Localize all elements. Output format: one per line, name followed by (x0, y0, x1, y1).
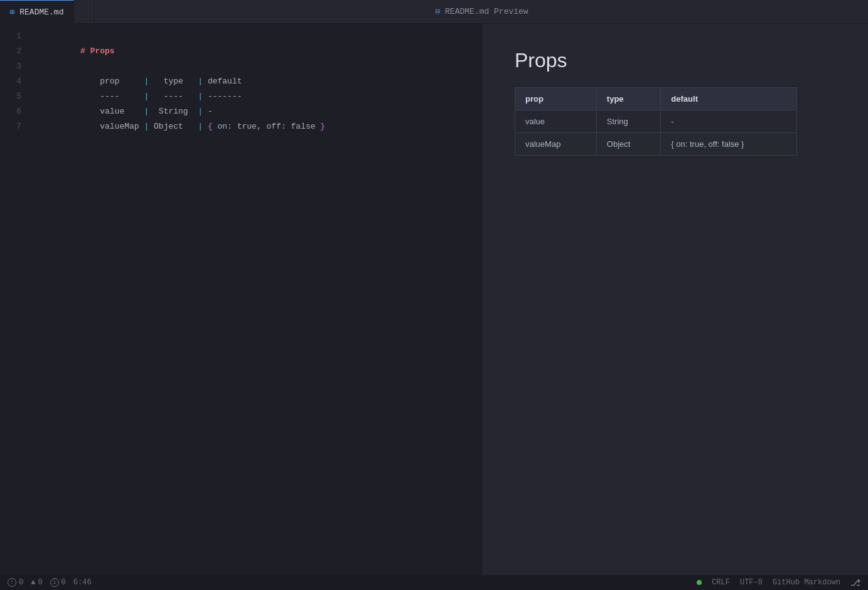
status-left: ! 0 ▲ 0 i 0 6:46 (8, 578, 687, 587)
line-num-1: 1 (0, 29, 21, 44)
table-header-type: type (596, 88, 661, 110)
table-cell-value-type: String (596, 110, 661, 133)
line-ending-label: CRLF (712, 578, 730, 587)
status-warnings[interactable]: ▲ 0 (31, 578, 42, 587)
line-numbers: 1 2 3 4 5 6 7 (0, 29, 31, 570)
heading-text: Props (90, 46, 115, 56)
status-branch[interactable]: ⎇ (850, 577, 860, 588)
code-area[interactable]: # Props prop | type | default ---- | ---… (31, 29, 483, 570)
status-language[interactable]: GitHub Markdown (773, 578, 840, 587)
line-num-4: 4 (0, 74, 21, 89)
table-header-default: default (661, 88, 797, 110)
warning-icon: ▲ (31, 578, 35, 587)
code-line-3: prop | type | default (31, 59, 473, 74)
encoding-label: UTF-8 (740, 578, 763, 587)
code-pipe-3b: | (198, 77, 203, 86)
table-header-row: prop type default (515, 88, 797, 110)
table-cell-value-default: - (661, 110, 797, 133)
code-bracket-6a: { (208, 122, 213, 131)
editor-tab-icon: ⊞ (10, 8, 14, 17)
main-content: 1 2 3 4 5 6 7 # Props prop | type | defa… (0, 24, 868, 575)
preview-table: prop type default value String - valueMa… (515, 87, 797, 156)
preview-tab-icon: ⊟ (436, 7, 440, 16)
status-info[interactable]: i 0 (50, 578, 66, 587)
line-num-2: 2 (0, 44, 21, 59)
code-plain-5b: String (149, 107, 198, 116)
table-cell-valuemap-prop: valueMap (515, 133, 597, 156)
code-pipe-4b: | (198, 92, 203, 101)
table-row-value: value String - (515, 110, 797, 133)
editor-content[interactable]: 1 2 3 4 5 6 7 # Props prop | type | defa… (0, 24, 483, 575)
code-plain-6d: on: true, off: false (213, 122, 321, 131)
code-pipe-6b: | (198, 122, 203, 131)
preview-content: Props prop type default value String - (483, 24, 868, 575)
line-num-5: 5 (0, 89, 21, 104)
code-plain-5a: value (80, 107, 144, 116)
code-plain-6b: Object (149, 122, 198, 131)
error-count: 0 (19, 578, 23, 587)
editor-pane: 1 2 3 4 5 6 7 # Props prop | type | defa… (0, 24, 483, 575)
status-sync[interactable] (697, 580, 702, 585)
tab-editor[interactable]: ⊞ README.md (0, 0, 74, 23)
line-num-7: 7 (0, 119, 21, 134)
table-cell-valuemap-default: { on: true, off: false } (661, 133, 797, 156)
code-plain-4a: ---- (80, 92, 144, 101)
line-num-6: 6 (0, 104, 21, 119)
code-plain-3a: prop (80, 77, 144, 86)
error-icon: ! (8, 578, 16, 587)
code-plain-6c (203, 122, 208, 131)
table-header-prop: prop (515, 88, 597, 110)
table-cell-value-prop: value (515, 110, 597, 133)
status-bar: ! 0 ▲ 0 i 0 6:46 CRLF UTF-8 GitHub Markd… (0, 575, 868, 590)
code-pipe-5b: | (198, 107, 203, 116)
table-row-valuemap: valueMap Object { on: true, off: false } (515, 133, 797, 156)
info-count: 0 (62, 578, 66, 587)
branch-icon: ⎇ (850, 577, 860, 588)
code-plain-5c: - (203, 107, 213, 116)
editor-tab-label: README.md (19, 8, 63, 17)
code-bracket-6b: } (320, 122, 325, 131)
table-cell-valuemap-type: Object (596, 133, 661, 156)
language-label: GitHub Markdown (773, 578, 840, 587)
code-plain-6a: valueMap (80, 122, 144, 131)
status-time: 6:46 (73, 578, 92, 587)
status-right: CRLF UTF-8 GitHub Markdown ⎇ (697, 577, 860, 588)
warning-count: 0 (38, 578, 42, 587)
code-plain-3b: type (149, 77, 198, 86)
heading-hash: # (80, 46, 90, 56)
tab-preview[interactable] (74, 0, 95, 23)
status-encoding[interactable]: UTF-8 (740, 578, 763, 587)
preview-pane: Props prop type default value String - (483, 24, 868, 575)
code-plain-4b: ---- (149, 92, 198, 101)
sync-dot (697, 580, 702, 585)
status-line-ending[interactable]: CRLF (712, 578, 730, 587)
code-plain-3c: default (203, 77, 242, 86)
code-plain-4c: ------- (203, 92, 242, 101)
line-num-3: 3 (0, 59, 21, 74)
status-errors[interactable]: ! 0 (8, 578, 23, 587)
tab-bar: ⊞ README.md ⊟ README.md Preview (0, 0, 868, 24)
preview-heading: Props (515, 49, 837, 72)
preview-tab-label: README.md Preview (445, 7, 528, 16)
info-icon: i (50, 578, 59, 587)
time-display: 6:46 (73, 578, 92, 587)
code-line-1: # Props (31, 29, 473, 44)
